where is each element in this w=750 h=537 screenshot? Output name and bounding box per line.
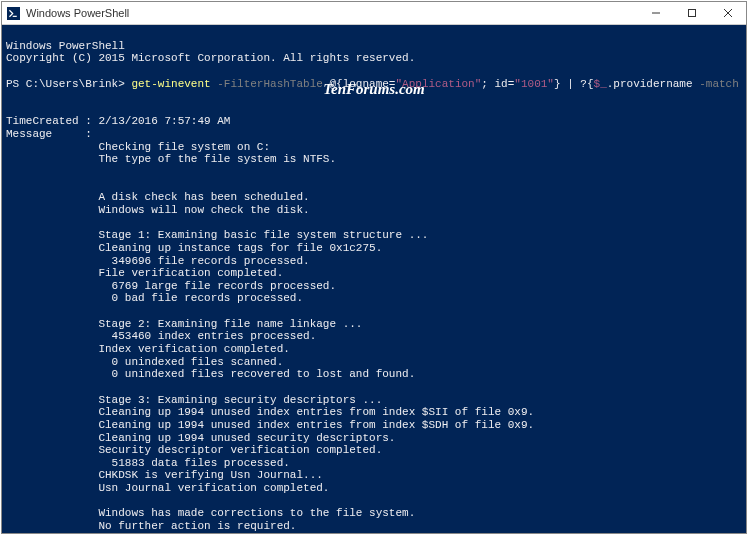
cmd-param1: -FilterHashTable — [211, 78, 323, 90]
cmd-dot: .providername — [607, 78, 693, 90]
cmd-close: } | ?{ — [554, 78, 594, 90]
cmd-num1: "1001" — [514, 78, 554, 90]
cmd-name: get-winevent — [131, 78, 210, 90]
maximize-button[interactable] — [674, 2, 710, 24]
minimize-button[interactable] — [638, 2, 674, 24]
cmd-var: $_ — [594, 78, 607, 90]
powershell-window: Windows PowerShell Windows PowerShell Co… — [1, 1, 747, 534]
window-title: Windows PowerShell — [24, 7, 638, 19]
cmd-arg-open: @{logname= — [323, 78, 396, 90]
cmd-str2: "wininit" — [745, 78, 746, 90]
meta-message: Message : — [6, 128, 98, 140]
powershell-icon — [6, 6, 20, 20]
ps-banner-line1: Windows PowerShell — [6, 40, 125, 52]
meta-timecreated: TimeCreated : 2/13/2016 7:57:49 AM — [6, 115, 230, 127]
close-button[interactable] — [710, 2, 746, 24]
svg-rect-3 — [689, 10, 696, 17]
cmd-semi: ; id= — [481, 78, 514, 90]
titlebar[interactable]: Windows PowerShell — [2, 2, 746, 25]
prompt-prefix: PS C:\Users\Brink> — [6, 78, 131, 90]
window-controls — [638, 2, 746, 24]
cmd-str1: "Application" — [395, 78, 481, 90]
ps-banner-line2: Copyright (C) 2015 Microsoft Corporation… — [6, 52, 415, 64]
terminal-output[interactable]: Windows PowerShell Copyright (C) 2015 Mi… — [2, 25, 746, 533]
cmd-param2: -match — [693, 78, 739, 90]
message-body: Checking file system on C: The type of t… — [6, 141, 742, 533]
